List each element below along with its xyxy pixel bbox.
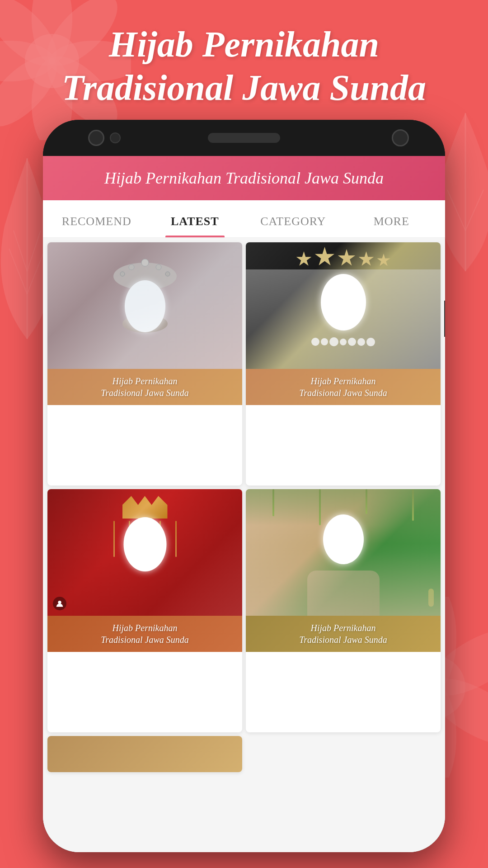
card-2-label-text: Hijab PernikahanTradisional Jawa Sunda: [250, 375, 436, 399]
svg-point-27: [156, 264, 161, 270]
seated-figure: [307, 571, 380, 616]
tabs-bar: RECOMEND LATEST CATEGORY MORE: [43, 200, 445, 238]
flower-star-2: [314, 247, 335, 267]
card-5[interactable]: [47, 736, 242, 772]
tab-more[interactable]: MORE: [343, 200, 441, 237]
svg-line-23: [465, 190, 483, 231]
card-2-bg: [246, 242, 441, 369]
card-2-face-cutout: [321, 274, 366, 330]
svg-line-17: [9, 249, 27, 294]
svg-point-25: [141, 259, 149, 266]
card-5-image: [47, 736, 242, 772]
cards-grid: Hijab PernikahanTradisional Jawa Sunda: [43, 238, 445, 852]
tab-recomend[interactable]: RECOMEND: [47, 200, 146, 237]
card-4[interactable]: Hijab PernikahanTradisional Jawa Sunda: [246, 489, 441, 732]
card-3-bg: [47, 489, 242, 616]
card-3-label: Hijab PernikahanTradisional Jawa Sunda: [47, 616, 242, 652]
svg-point-28: [120, 272, 125, 276]
svg-point-26: [129, 264, 134, 270]
sensor-icon: [110, 132, 121, 143]
card-2[interactable]: Hijab PernikahanTradisional Jawa Sunda: [246, 242, 441, 486]
svg-line-19: [14, 231, 27, 271]
card-4-bg: [246, 489, 441, 616]
front-camera-icon: [88, 130, 104, 146]
card-1-label-text: Hijab PernikahanTradisional Jawa Sunda: [52, 375, 238, 399]
card-5-bg: [47, 736, 242, 772]
card-1-face-cutout: [125, 280, 165, 332]
card-3-face-cutout: [123, 517, 166, 571]
svg-line-22: [447, 190, 465, 231]
card-1-label: Hijab PernikahanTradisional Jawa Sunda: [47, 369, 242, 405]
flower-star-1: [296, 251, 312, 267]
tab-latest[interactable]: LATEST: [146, 200, 244, 237]
svg-line-18: [27, 249, 45, 294]
svg-point-29: [165, 272, 170, 276]
svg-point-30: [58, 601, 61, 604]
svg-line-20: [27, 231, 41, 271]
app-header: Hijab Pernikahan Tradisional Jawa Sunda: [43, 156, 445, 200]
card-2-image: [246, 242, 441, 369]
card-3-image: [47, 489, 242, 616]
user-avatar-icon: [53, 597, 66, 610]
flower-star-4: [358, 251, 374, 267]
hero-title: Hijab Pernikahan Tradisional Jawa Sunda: [0, 23, 488, 109]
phone-top-bar: [43, 120, 445, 156]
tab-category[interactable]: CATEGORY: [244, 200, 343, 237]
card-4-label: Hijab PernikahanTradisional Jawa Sunda: [246, 616, 441, 652]
card-2-label: Hijab PernikahanTradisional Jawa Sunda: [246, 369, 441, 405]
card-4-face-cutout: [323, 514, 364, 564]
flower-star-3: [338, 249, 356, 267]
phone-screen: Hijab Pernikahan Tradisional Jawa Sunda …: [43, 156, 445, 852]
card-3-label-text: Hijab PernikahanTradisional Jawa Sunda: [52, 622, 238, 646]
card-1-image: [47, 242, 242, 369]
card-4-label-text: Hijab PernikahanTradisional Jawa Sunda: [250, 622, 436, 646]
card-1-bg: [47, 242, 242, 369]
phone-speaker: [208, 133, 280, 143]
app-header-title: Hijab Pernikahan Tradisional Jawa Sunda: [56, 169, 432, 188]
phone-frame: Hijab Pernikahan Tradisional Jawa Sunda …: [43, 120, 445, 852]
card-3[interactable]: Hijab PernikahanTradisional Jawa Sunda: [47, 489, 242, 732]
phone-side-button: [444, 301, 445, 337]
card-1[interactable]: Hijab PernikahanTradisional Jawa Sunda: [47, 242, 242, 486]
card-4-image: [246, 489, 441, 616]
selfie-camera-icon: [392, 129, 409, 146]
flower-star-5: [377, 254, 390, 267]
